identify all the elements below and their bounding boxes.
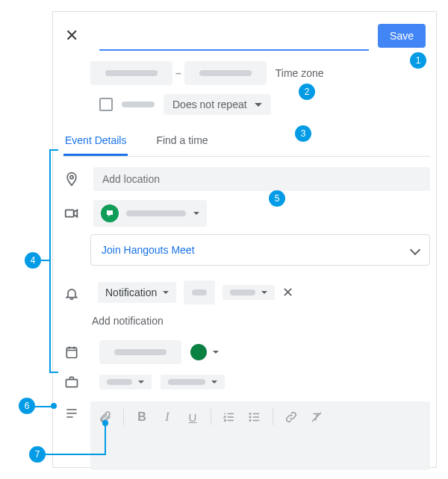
date-separator: – bbox=[175, 67, 181, 79]
timezone-link[interactable]: Time zone bbox=[276, 67, 324, 79]
briefcase-icon bbox=[64, 375, 79, 389]
annotation-badge-7: 7 bbox=[29, 446, 46, 463]
chevron-down-icon bbox=[138, 381, 144, 383]
location-icon bbox=[64, 172, 79, 187]
bold-icon[interactable]: B bbox=[134, 410, 149, 425]
close-icon[interactable]: ✕ bbox=[65, 26, 78, 46]
svg-rect-2 bbox=[66, 348, 76, 357]
chevron-down-icon bbox=[261, 291, 267, 294]
chevron-down-icon bbox=[410, 245, 420, 255]
tab-event-details[interactable]: Event Details bbox=[63, 127, 128, 156]
description-icon bbox=[64, 406, 79, 421]
underline-icon[interactable]: U bbox=[185, 410, 200, 425]
recurrence-select[interactable]: Does not repeat bbox=[164, 94, 271, 115]
annotation-badge-5: 5 bbox=[269, 190, 285, 207]
link-icon[interactable] bbox=[284, 410, 299, 425]
end-datetime[interactable] bbox=[184, 61, 267, 85]
svg-rect-1 bbox=[66, 210, 74, 216]
event-title-input[interactable] bbox=[99, 21, 369, 51]
notification-type-select[interactable]: Notification bbox=[98, 282, 176, 303]
hangouts-meet-icon bbox=[101, 204, 119, 222]
bulleted-list-icon[interactable] bbox=[247, 410, 262, 425]
calendar-icon bbox=[64, 345, 79, 360]
annotation-badge-1: 1 bbox=[410, 52, 426, 69]
visibility-select[interactable] bbox=[161, 375, 225, 389]
svg-point-4 bbox=[249, 413, 251, 415]
annotation-badge-3: 3 bbox=[295, 125, 311, 142]
start-datetime[interactable] bbox=[90, 61, 172, 85]
annotation-badge-2: 2 bbox=[299, 84, 315, 100]
chevron-down-icon bbox=[255, 103, 262, 107]
allday-checkbox[interactable] bbox=[99, 98, 113, 111]
numbered-list-icon[interactable] bbox=[222, 410, 237, 425]
chevron-down-icon bbox=[193, 212, 199, 215]
svg-rect-3 bbox=[66, 380, 78, 387]
svg-point-5 bbox=[249, 416, 251, 418]
add-notification-button[interactable]: Add notification bbox=[90, 315, 164, 327]
tab-find-a-time[interactable]: Find a time bbox=[155, 127, 209, 154]
chevron-down-icon bbox=[213, 351, 219, 354]
color-swatch bbox=[190, 344, 207, 360]
description-editor[interactable]: B I U bbox=[90, 401, 430, 470]
allday-label bbox=[122, 101, 155, 107]
availability-select[interactable] bbox=[99, 375, 152, 389]
bell-icon bbox=[64, 285, 79, 300]
calendar-select[interactable] bbox=[99, 340, 181, 364]
remove-notification-button[interactable]: ✕ bbox=[282, 284, 293, 301]
notification-value-input[interactable] bbox=[184, 281, 215, 304]
event-color-select[interactable] bbox=[190, 344, 219, 360]
annotation-badge-4: 4 bbox=[25, 252, 41, 269]
chevron-down-icon bbox=[211, 381, 217, 383]
clear-formatting-icon[interactable] bbox=[309, 410, 324, 425]
notification-unit-select[interactable] bbox=[223, 285, 275, 300]
svg-point-6 bbox=[249, 420, 251, 422]
svg-point-0 bbox=[70, 175, 73, 178]
annotation-badge-6: 6 bbox=[19, 398, 35, 414]
location-input[interactable]: Add location bbox=[93, 167, 430, 191]
italic-icon[interactable]: I bbox=[160, 410, 175, 425]
join-hangouts-meet[interactable]: Join Hangouts Meet bbox=[90, 234, 430, 266]
conferencing-select[interactable] bbox=[93, 200, 207, 227]
chevron-down-icon bbox=[163, 291, 169, 294]
video-icon bbox=[63, 205, 80, 222]
save-button[interactable]: Save bbox=[378, 24, 426, 48]
